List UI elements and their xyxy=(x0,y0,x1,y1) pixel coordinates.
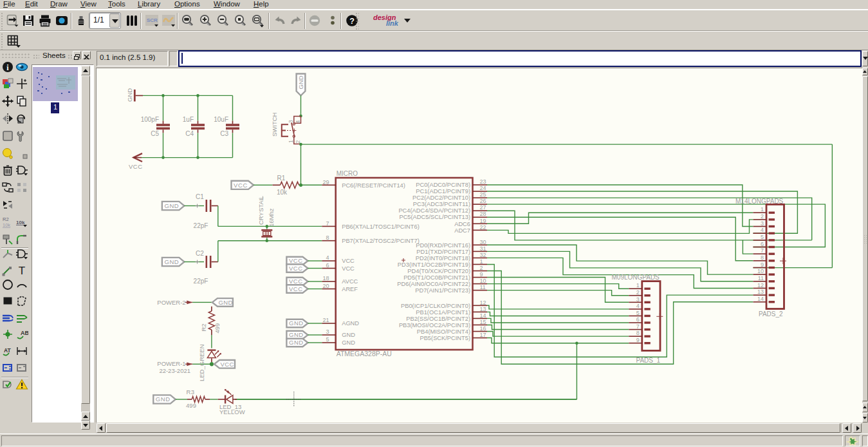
svg-text:SCR: SCR xyxy=(147,17,158,23)
svg-text:?: ? xyxy=(349,17,355,26)
svg-text:R2: R2 xyxy=(3,216,9,222)
svg-text:AT: AT xyxy=(4,347,12,354)
svg-text:T: T xyxy=(19,265,25,277)
svg-text:AB: AB xyxy=(21,330,28,336)
svg-text:10k: 10k xyxy=(16,220,25,225)
svg-text:10k: 10k xyxy=(3,222,10,228)
